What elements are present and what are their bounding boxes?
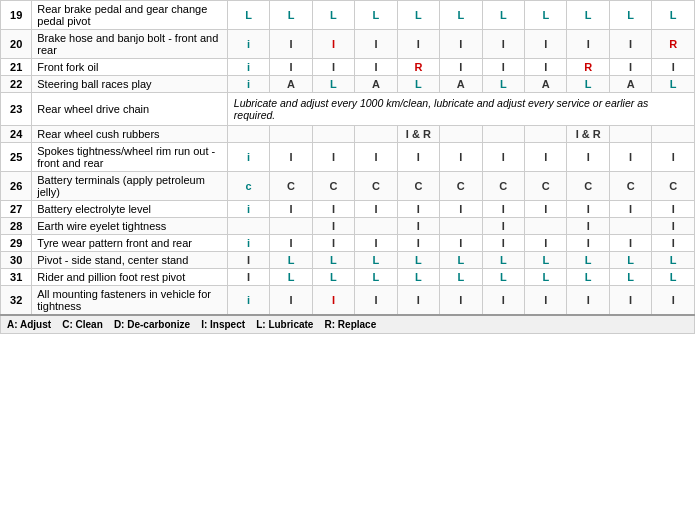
cell-value: C	[525, 172, 567, 201]
cell-value: L	[270, 252, 312, 269]
row-number: 23	[1, 93, 32, 126]
cell-value: I	[525, 235, 567, 252]
cell-value: R	[567, 59, 609, 76]
cell-value: I	[397, 143, 439, 172]
cell-value: I	[652, 143, 695, 172]
cell-value: R	[652, 30, 695, 59]
cell-value	[355, 218, 397, 235]
cell-value: C	[609, 172, 651, 201]
row-number: 24	[1, 126, 32, 143]
cell-value: I	[440, 143, 482, 172]
cell-value	[652, 126, 695, 143]
cell-value: L	[312, 269, 354, 286]
row-description: Front fork oil	[32, 59, 228, 76]
table-row: 25Spokes tightness/wheel rim run out - f…	[1, 143, 695, 172]
cell-value: L	[482, 269, 524, 286]
cell-value: I	[270, 286, 312, 316]
cell-value: I	[567, 235, 609, 252]
cell-value	[482, 126, 524, 143]
row-description: Pivot - side stand, center stand	[32, 252, 228, 269]
cell-value: i	[227, 235, 269, 252]
legend-item: L: Lubricate	[256, 319, 324, 330]
row-description: Rear brake pedal and gear change pedal p…	[32, 1, 228, 30]
cell-value: A	[609, 76, 651, 93]
cell-value: I	[270, 143, 312, 172]
cell-value: C	[482, 172, 524, 201]
cell-value: C	[440, 172, 482, 201]
cell-value: C	[652, 172, 695, 201]
cell-value: I	[567, 143, 609, 172]
cell-value: I	[609, 59, 651, 76]
cell-value: A	[440, 76, 482, 93]
cell-value: I	[652, 286, 695, 316]
legend-item: A: Adjust	[7, 319, 62, 330]
row-note: Lubricate and adjust every 1000 km/clean…	[227, 93, 694, 126]
cell-value: i	[227, 59, 269, 76]
table-row: 23Rear wheel drive chainLubricate and ad…	[1, 93, 695, 126]
table-row: 27Battery electrolyte leveliIIIIIIIIII	[1, 201, 695, 218]
cell-value	[355, 126, 397, 143]
cell-value: I	[440, 30, 482, 59]
cell-value: C	[355, 172, 397, 201]
cell-value: L	[355, 1, 397, 30]
cell-value: I	[567, 30, 609, 59]
cell-value: I	[312, 235, 354, 252]
legend-item: R: Replace	[325, 319, 388, 330]
cell-value: L	[312, 1, 354, 30]
cell-value: L	[652, 252, 695, 269]
cell-value	[525, 126, 567, 143]
cell-value	[525, 218, 567, 235]
cell-value: I	[355, 201, 397, 218]
legend-row: A: Adjust C: Clean D: De-carbonize I: In…	[1, 315, 695, 334]
cell-value: L	[227, 1, 269, 30]
cell-value: A	[270, 76, 312, 93]
cell-value: I	[525, 201, 567, 218]
table-row: 31Rider and pillion foot rest pivotILLLL…	[1, 269, 695, 286]
cell-value: R	[397, 59, 439, 76]
table-row: 28Earth wire eyelet tightnessIIIII	[1, 218, 695, 235]
cell-value: A	[525, 76, 567, 93]
cell-value: I	[397, 201, 439, 218]
row-description: Battery terminals (apply petroleum jelly…	[32, 172, 228, 201]
row-description: All mounting fasteners in vehicle for ti…	[32, 286, 228, 316]
cell-value: I	[397, 218, 439, 235]
cell-value: L	[440, 1, 482, 30]
row-description: Earth wire eyelet tightness	[32, 218, 228, 235]
row-description: Steering ball races play	[32, 76, 228, 93]
cell-value	[609, 218, 651, 235]
cell-value: I	[440, 235, 482, 252]
cell-value: I	[312, 286, 354, 316]
cell-value: L	[440, 252, 482, 269]
cell-value: I	[270, 59, 312, 76]
row-description: Brake hose and banjo bolt - front and re…	[32, 30, 228, 59]
cell-value: L	[397, 76, 439, 93]
table-row: 26Battery terminals (apply petroleum jel…	[1, 172, 695, 201]
cell-value: L	[440, 269, 482, 286]
cell-value: L	[567, 269, 609, 286]
table-row: 24Rear wheel cush rubbersI & RI & R	[1, 126, 695, 143]
table-row: 20Brake hose and banjo bolt - front and …	[1, 30, 695, 59]
cell-value: L	[525, 252, 567, 269]
cell-value: c	[227, 172, 269, 201]
cell-value: I & R	[397, 126, 439, 143]
cell-value	[270, 218, 312, 235]
cell-value	[270, 126, 312, 143]
cell-value	[609, 126, 651, 143]
row-number: 20	[1, 30, 32, 59]
cell-value: I	[312, 59, 354, 76]
row-number: 19	[1, 1, 32, 30]
cell-value: i	[227, 201, 269, 218]
table-row: 29Tyre wear pattern front and reariIIIII…	[1, 235, 695, 252]
cell-value	[440, 218, 482, 235]
table-row: 22Steering ball races playiALALALALAL	[1, 76, 695, 93]
cell-value: L	[609, 269, 651, 286]
row-description: Rear wheel drive chain	[32, 93, 228, 126]
cell-value: L	[567, 252, 609, 269]
cell-value: L	[652, 269, 695, 286]
legend-item: D: De-carbonize	[114, 319, 201, 330]
cell-value: I	[227, 269, 269, 286]
cell-value: I	[525, 143, 567, 172]
cell-value: L	[397, 252, 439, 269]
cell-value: L	[355, 269, 397, 286]
cell-value: L	[652, 1, 695, 30]
